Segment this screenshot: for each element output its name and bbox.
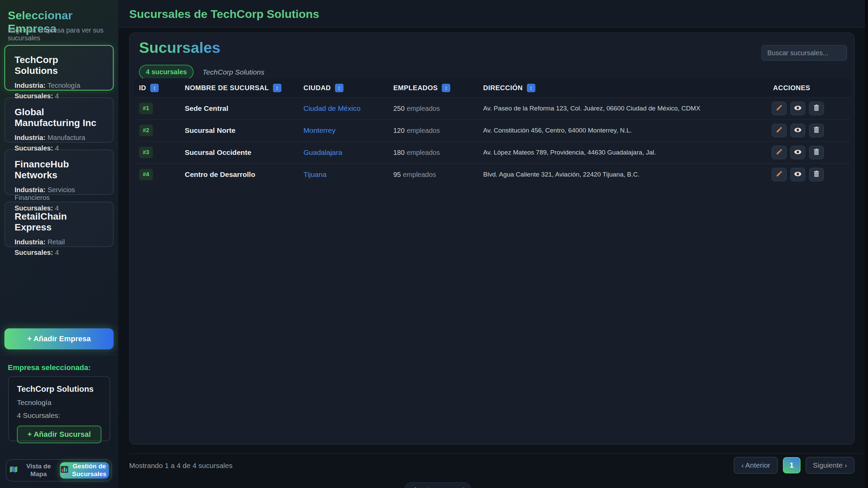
- branch-name: Sede Central: [179, 104, 298, 113]
- row-actions: [768, 102, 851, 115]
- eye-icon: [794, 149, 802, 156]
- employees-cell: 180empleados: [388, 149, 478, 157]
- branches-panel: Sucursales 4 sucursales TechCorp Solutio…: [129, 33, 855, 445]
- add-branch-button[interactable]: + Añadir Sucursal: [17, 426, 101, 443]
- results-summary: Mostrando 1 a 4 de 4 sucursales: [129, 462, 233, 470]
- edit-button[interactable]: [772, 102, 787, 115]
- company-name-subtitle: TechCorp Solutions: [202, 68, 264, 76]
- annotation-dock: A ✎ — ⚙: [404, 482, 471, 488]
- pencil-icon: [776, 170, 783, 179]
- row-id-badge: #2: [139, 125, 153, 136]
- table-row: #2 Sucursal Norte Monterrey 120empleados…: [134, 119, 851, 141]
- sidebar-divider: [0, 354, 118, 355]
- settings-gear-icon[interactable]: ⚙: [460, 486, 467, 488]
- branch-address: Av. Constitución 456, Centro, 64000 Mont…: [478, 127, 768, 134]
- company-name: Global Manufacturing Inc: [15, 107, 103, 128]
- city-link[interactable]: Ciudad de México: [298, 104, 388, 113]
- selected-company-card: TechCorp Solutions Tecnología 4 Sucursal…: [8, 376, 110, 441]
- selected-company-industry: Tecnología: [17, 399, 101, 407]
- company-branches-line: Sucursales:4: [15, 249, 103, 257]
- delete-button[interactable]: [809, 124, 824, 137]
- company-name: TechCorp Solutions: [15, 55, 103, 76]
- company-card-financehub[interactable]: FinanceHub Networks Industria:Servicios …: [4, 149, 114, 195]
- scrollbar-gutter: [865, 0, 868, 488]
- employees-cell: 120empleados: [388, 127, 478, 135]
- pen-tool-icon[interactable]: ✎: [425, 486, 432, 488]
- branches-table: ID ↕ NOMBRE DE SUCURSAL ↕ CIUDAD ↕ EMPLE…: [134, 78, 851, 185]
- view-button[interactable]: [790, 168, 805, 181]
- branch-address: Av. Paseo de la Reforma 123, Col. Juárez…: [478, 105, 768, 112]
- selected-company-heading: Empresa seleccionada:: [8, 363, 91, 372]
- view-button[interactable]: [790, 124, 805, 137]
- sort-icon[interactable]: ↕: [273, 84, 281, 92]
- table-header-row: ID ↕ NOMBRE DE SUCURSAL ↕ CIUDAD ↕ EMPLE…: [134, 78, 851, 97]
- trash-icon: [813, 104, 820, 113]
- column-header-address: DIRECCIÓN ↕: [478, 84, 768, 92]
- pagination: ‹ Anterior 1 Siguiente ›: [734, 457, 854, 474]
- page-header-bar: Sucursales de TechCorp Solutions: [118, 0, 868, 28]
- current-page-button[interactable]: 1: [783, 457, 801, 473]
- company-industry-line: Industria:Retail: [15, 238, 103, 246]
- bar-chart-icon: [61, 466, 68, 475]
- company-industry-line: Industria:Manufactura: [15, 134, 103, 142]
- city-link[interactable]: Guadalajara: [298, 148, 388, 157]
- branch-address: Av. López Mateos 789, Providencia, 44630…: [478, 149, 768, 156]
- branch-name: Centro de Desarrollo: [179, 170, 298, 179]
- city-link[interactable]: Tijuana: [298, 170, 388, 179]
- plus-icon: +: [27, 334, 32, 343]
- map-icon: [9, 466, 18, 475]
- map-view-button[interactable]: Vista de Mapa: [9, 462, 58, 479]
- table-row: #3 Sucursal Occidente Guadalajara 180emp…: [134, 141, 851, 163]
- line-tool-icon[interactable]: —: [438, 486, 446, 488]
- column-header-employees: EMPLEADOS ↕: [388, 84, 478, 92]
- pencil-icon: [776, 148, 783, 157]
- next-page-button[interactable]: Siguiente ›: [806, 457, 854, 474]
- sort-icon[interactable]: ↕: [150, 84, 159, 92]
- sort-icon[interactable]: ↕: [527, 84, 535, 92]
- trash-icon: [813, 148, 820, 157]
- text-tool-icon[interactable]: A: [413, 486, 418, 488]
- city-link[interactable]: Monterrey: [298, 126, 388, 135]
- row-actions: [768, 168, 851, 181]
- branch-name: Sucursal Occidente: [179, 148, 298, 157]
- pencil-icon: [776, 126, 783, 135]
- eye-icon: [794, 171, 802, 178]
- eye-icon: [794, 127, 802, 134]
- edit-button[interactable]: [772, 168, 787, 181]
- company-card-global-manufacturing[interactable]: Global Manufacturing Inc Industria:Manuf…: [4, 97, 114, 143]
- row-actions: [768, 124, 851, 137]
- column-header-id: ID ↕: [134, 84, 179, 92]
- previous-page-button[interactable]: ‹ Anterior: [734, 457, 777, 474]
- column-header-name: NOMBRE DE SUCURSAL ↕: [179, 84, 298, 92]
- delete-button[interactable]: [809, 168, 824, 181]
- section-title: Sucursales: [139, 39, 220, 57]
- page-title: Sucursales de TechCorp Solutions: [118, 0, 868, 28]
- branch-management-button[interactable]: Gestión de Sucursales: [60, 462, 109, 479]
- sort-icon[interactable]: ↕: [442, 84, 450, 92]
- delete-button[interactable]: [809, 102, 824, 115]
- company-sidebar: Seleccionar Empresa Elige una empresa pa…: [0, 0, 118, 488]
- view-button[interactable]: [790, 146, 805, 159]
- company-industry-line: Industria:Servicios Financieros: [15, 186, 103, 202]
- selected-company-name: TechCorp Solutions: [17, 384, 101, 394]
- column-header-actions: ACCIONES: [768, 84, 851, 92]
- row-actions: [768, 146, 851, 159]
- view-toggle: Vista de Mapa Gestión de Sucursales: [6, 459, 112, 482]
- sort-icon[interactable]: ↕: [335, 84, 343, 92]
- table-row: #4 Centro de Desarrollo Tijuana 95emplea…: [134, 163, 851, 185]
- company-name: FinanceHub Networks: [15, 159, 103, 181]
- column-header-city: CIUDAD ↕: [298, 84, 388, 92]
- branch-name: Sucursal Norte: [179, 126, 298, 135]
- delete-button[interactable]: [809, 146, 824, 159]
- add-company-button[interactable]: + Añadir Empresa: [4, 328, 114, 349]
- search-input[interactable]: [762, 45, 847, 61]
- trash-icon: [813, 170, 820, 179]
- employees-cell: 250empleados: [388, 105, 478, 113]
- company-card-techcorp[interactable]: TechCorp Solutions Industria:Tecnología …: [4, 45, 114, 90]
- pencil-icon: [776, 104, 783, 113]
- branch-address: Blvd. Agua Caliente 321, Aviación, 22420…: [478, 171, 768, 178]
- edit-button[interactable]: [772, 124, 787, 137]
- branch-count-badge: 4 sucursales: [139, 65, 194, 79]
- view-button[interactable]: [790, 102, 805, 115]
- edit-button[interactable]: [772, 146, 787, 159]
